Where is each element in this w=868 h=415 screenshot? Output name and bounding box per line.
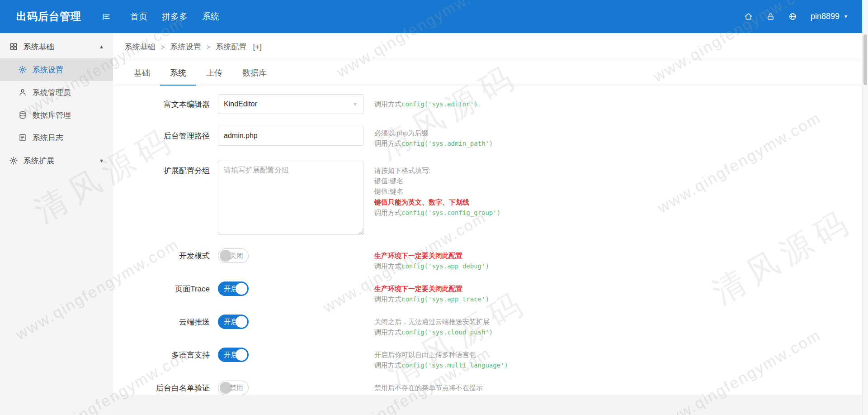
tab-system[interactable]: 系统	[160, 61, 196, 86]
breadcrumb-add-button[interactable]: [+]	[253, 43, 262, 52]
field-label: 后台管理路径	[113, 126, 218, 149]
sidebar-group-label: 系统基础	[24, 42, 94, 52]
field-label: 扩展配置分组	[113, 161, 218, 237]
settings-tabs: 基础 系统 上传 数据库	[113, 61, 868, 86]
field-hints: 禁用后不存在的菜单节点将不在提示 调用方式config('sys.admin_w…	[374, 381, 538, 395]
field-hints: 请按如下格式填写: 键值:键名 键值:键名 键值只能为英文、数字、下划线 调用方…	[374, 161, 500, 237]
breadcrumb-part[interactable]: 系统基础	[125, 42, 156, 52]
sidebar-group-system-extend[interactable]: 系统扩展 ▼	[0, 149, 113, 172]
sidebar-item-label: 系统设置	[33, 65, 63, 75]
field-label: 后台白名单验证	[113, 381, 218, 395]
content-panel: 系统基础 > 系统设置 > 系统配置 [+] 基础 系统 上传 数据库 富文本编…	[113, 33, 868, 395]
top-navbar: 出码后台管理 首页 拼多多 系统 pin8899	[0, 0, 868, 33]
breadcrumb-part[interactable]: 系统设置	[170, 42, 201, 52]
field-multi-language: 多语言支持 开启 开启后你可以自由上传多种语言包 调用方式config('sys…	[113, 348, 868, 371]
cloud-push-toggle[interactable]: 开启	[218, 315, 249, 329]
user-icon	[18, 88, 27, 97]
chevron-down-icon: ▼	[844, 14, 848, 19]
field-editor: 富文本编辑器 KindEditor ▼ 调用方式config('sys.edit…	[113, 94, 868, 114]
toggle-state-label: 关闭	[230, 251, 243, 260]
field-hints: 调用方式config('sys.editor')	[374, 94, 478, 114]
field-cloud-push: 云端推送 开启 关闭之后，无法通过云端推送安装扩展 调用方式config('sy…	[113, 315, 868, 338]
field-admin-path: 后台管理路径 必须以.php为后缀 调用方式config('sys.admin_…	[113, 126, 868, 149]
top-menu-system[interactable]: 系统	[195, 0, 226, 33]
username: pin8899	[811, 12, 840, 21]
chevron-down-icon: ▼	[99, 158, 104, 163]
navbar-right: pin8899 ▼	[744, 12, 848, 21]
sidebar-collapse-button[interactable]	[96, 12, 117, 21]
tab-upload[interactable]: 上传	[196, 61, 232, 86]
toggle-state-label: 禁用	[230, 383, 243, 392]
field-hints: 生产环境下一定要关闭此配置 调用方式config('sys.app_trace'…	[374, 281, 489, 305]
whitelist-verify-toggle[interactable]: 禁用	[218, 381, 249, 395]
page-scrollbar[interactable]	[862, 0, 868, 415]
field-hints: 必须以.php为后缀 调用方式config('sys.admin_path')	[374, 126, 493, 149]
user-menu[interactable]: pin8899 ▼	[811, 12, 848, 21]
field-hints: 开启后你可以自由上传多种语言包 调用方式config('sys.multi_la…	[374, 348, 508, 371]
menu-fold-icon	[102, 12, 111, 21]
sidebar-item-system-log[interactable]: 系统日志	[0, 126, 113, 149]
field-app-debug: 开发模式 关闭 生产环境下一定要关闭此配置 调用方式config('sys.ap…	[113, 248, 868, 272]
chevron-down-icon: ▼	[353, 101, 358, 107]
page-trace-toggle[interactable]: 开启	[218, 281, 249, 296]
field-whitelist-verify: 后台白名单验证 禁用 禁用后不存在的菜单节点将不在提示 调用方式config('…	[113, 381, 868, 395]
sidebar-item-system-settings[interactable]: 系统设置	[0, 58, 113, 81]
toggle-knob	[236, 316, 247, 328]
sidebar-item-label: 系统日志	[33, 133, 63, 143]
top-menu-home[interactable]: 首页	[123, 0, 155, 33]
field-page-trace: 页面Trace 开启 生产环境下一定要关闭此配置 调用方式config('sys…	[113, 281, 868, 305]
toggle-knob	[236, 283, 247, 295]
app-debug-toggle[interactable]: 关闭	[218, 248, 249, 263]
breadcrumb-part[interactable]: 系统配置	[216, 42, 247, 52]
sidebar-item-label: 系统管理员	[33, 87, 71, 98]
scrollbar-thumb[interactable]	[863, 34, 867, 85]
sidebar-item-database-manage[interactable]: 数据库管理	[0, 104, 113, 126]
globe-icon[interactable]	[788, 12, 797, 21]
chevron-up-icon: ▲	[99, 44, 104, 49]
breadcrumb-separator: >	[207, 43, 211, 51]
field-label: 页面Trace	[113, 281, 218, 305]
multi-language-toggle[interactable]: 开启	[218, 348, 249, 362]
sidebar-group-label: 系统扩展	[24, 156, 94, 166]
field-label: 多语言支持	[113, 348, 218, 371]
field-label: 富文本编辑器	[113, 94, 218, 114]
lock-icon[interactable]	[766, 12, 775, 21]
sidebar: 系统基础 ▲ 系统设置 系统管理员	[0, 33, 113, 415]
top-menu: 首页 拼多多 系统	[123, 0, 226, 33]
field-config-group: 扩展配置分组 请按如下格式填写: 键值:键名 键值:键名 键值只能为英文、数字、…	[113, 161, 868, 237]
admin-path-input[interactable]	[218, 126, 363, 146]
breadcrumb-separator: >	[161, 43, 165, 51]
field-hints: 生产环境下一定要关闭此配置 调用方式config('sys.app_debug'…	[374, 248, 489, 272]
sidebar-item-system-admin[interactable]: 系统管理员	[0, 81, 113, 104]
log-file-icon	[18, 133, 27, 142]
breadcrumb: 系统基础 > 系统设置 > 系统配置 [+]	[113, 33, 868, 61]
database-icon	[18, 110, 27, 119]
config-group-textarea[interactable]	[218, 161, 363, 235]
settings-form: 富文本编辑器 KindEditor ▼ 调用方式config('sys.edit…	[113, 86, 868, 395]
main-content: 系统基础 > 系统设置 > 系统配置 [+] 基础 系统 上传 数据库 富文本编…	[113, 33, 868, 415]
select-value: KindEditor	[224, 100, 257, 108]
grid-icon	[9, 42, 18, 51]
gear-icon	[18, 65, 27, 74]
editor-select[interactable]: KindEditor ▼	[218, 94, 363, 114]
app-title: 出码后台管理	[0, 10, 96, 24]
sidebar-item-label: 数据库管理	[33, 110, 71, 120]
field-label: 开发模式	[113, 248, 218, 272]
field-hints: 关闭之后，无法通过云端推送安装扩展 调用方式config('sys.cloud_…	[374, 315, 493, 338]
field-label: 云端推送	[113, 315, 218, 338]
sidebar-group-system-base[interactable]: 系统基础 ▲	[0, 35, 113, 58]
home-icon[interactable]	[744, 12, 753, 21]
toggle-knob	[236, 349, 247, 361]
tab-database[interactable]: 数据库	[232, 61, 277, 86]
top-menu-pinduoduo[interactable]: 拼多多	[155, 0, 195, 33]
tab-basic[interactable]: 基础	[124, 61, 160, 86]
cog-icon	[9, 156, 18, 165]
